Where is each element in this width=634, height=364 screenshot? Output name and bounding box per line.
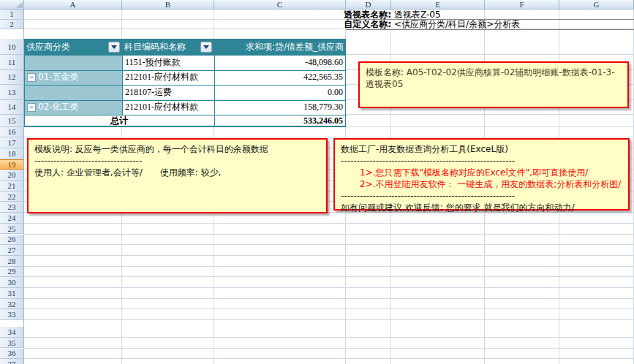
template-description-box[interactable]: 模板说明: 反应每一类供应商的，每一个会计科目的余额数据 -----------… [27,138,328,213]
gridline-h [24,287,634,288]
row-header-29[interactable]: 29 [0,267,24,278]
pivot-group-2[interactable]: −02-化工类 [24,100,122,115]
row-header-26[interactable]: 26 [0,235,24,246]
spreadsheet: ABCDEFG121011121314151617181920212223242… [0,0,634,364]
pivot-border [24,85,346,86]
custom-name-label: 自定义名称: [309,20,391,29]
tool-feedback-line: 如有问题或建议,欢迎反馈; 您的要求,就是我们的方向和动力/ [341,202,622,213]
gridline-h [24,348,634,349]
minus-collapse-icon[interactable]: − [27,73,36,82]
column-header-A[interactable]: A [24,0,122,10]
row-header-19[interactable]: 19 [0,159,24,170]
row-header-18[interactable]: 18 [0,148,24,159]
row-header-15[interactable]: 15 [0,115,24,127]
row-header-23[interactable]: 23 [0,202,24,213]
column-header-D[interactable]: D [346,0,391,10]
pivot-group-label: 02-化工类 [38,101,79,113]
template-name-text: 模板名称: A05-T02-02供应商核算-02辅助明细账-数据表-01-3-透… [366,67,622,90]
pivot-account-cell[interactable]: 218107-运费 [122,85,214,100]
row-header-13[interactable]: 13 [0,85,24,100]
dropdown-filter-icon[interactable] [200,42,212,53]
row-header-16[interactable]: 16 [0,127,24,138]
pivot-header-sum-balance: 求和项:贷/借差额_供应商 [214,39,346,55]
row-header-22[interactable]: 22 [0,192,24,202]
tool-info-box[interactable]: 数据工厂-用友数据查询分析工具(ExceL版) ----------------… [333,138,630,211]
pivot-account-cell[interactable]: 212101-应付材料款 [122,70,214,86]
row-header-35[interactable]: 35 [0,338,24,349]
title-row-underline [346,19,634,20]
hidden-rows-gap [0,320,24,327]
column-header-B[interactable]: B [122,0,214,10]
pivot-border [214,39,215,127]
pivot-value-cell[interactable]: 422,565.35 [214,70,346,86]
gridline-h [24,223,634,224]
gridline-h [24,308,634,309]
column-header-F[interactable]: F [485,0,559,10]
tool-step2-line: 2>.不用登陆用友软件： 一键生成，用友的数据表;分析表和分析图/ [341,178,622,190]
row-header-2[interactable]: 2 [0,20,24,30]
row-header-11[interactable]: 11 [0,55,24,70]
row-header-34[interactable]: 34 [0,327,24,338]
pivot-border [24,100,346,101]
row-header-37[interactable]: 37 [0,359,24,364]
pivot-group-label: 01-五金类 [38,71,79,83]
pivot-value-cell[interactable]: -48,098.60 [214,55,346,70]
row-header-31[interactable]: 31 [0,288,24,299]
row-header-33[interactable]: 33 [0,309,24,320]
pivot-border [24,70,346,71]
pivot-group-1[interactable]: −01-五金类 [24,55,122,100]
template-users-line: 使用人: 企业管理者,会计等/ 使用频率: 较少, [34,167,320,178]
pivot-name-label: 透视表名称: [309,10,391,20]
pivot-border [24,126,346,127]
divider-dashes: ----------------------------------------… [341,155,622,167]
pivot-header-supplier-category: 供应商分类 [24,39,122,55]
row-header-20[interactable]: 20 [0,170,24,181]
divider-dashes: ----------------------------------------… [341,190,622,202]
hidden-rows-gap [0,29,24,39]
gridline-h [24,337,634,338]
gridline-h [24,244,634,245]
select-all-triangle-icon [16,1,23,8]
pivot-border [122,39,123,115]
column-header-E[interactable]: E [391,0,485,10]
gridline-h [24,255,634,256]
row-header-28[interactable]: 28 [0,256,24,267]
row-header-14[interactable]: 14 [0,100,24,115]
tool-step1-line: 1>.您只需下载"模板名称对应的Excel文件",即可直接使用/ [341,167,622,178]
row-header-1[interactable]: 1 [0,10,24,20]
gridline-h [24,276,634,277]
pivot-account-cell[interactable]: 212101-应付材料款 [122,100,214,115]
row-header-17[interactable]: 17 [0,137,24,148]
pivot-border [24,55,346,56]
row-header-32[interactable]: 32 [0,299,24,310]
select-all-corner[interactable] [0,0,24,10]
gridline-h [24,358,634,359]
row-header-36[interactable]: 36 [0,349,24,360]
title-row-underline [346,29,634,30]
pivot-border [24,39,346,39]
column-header-G[interactable]: G [559,0,634,10]
pivot-account-cell[interactable]: 1151-预付账款 [122,55,214,70]
row-header-24[interactable]: 24 [0,213,24,224]
gridline-h [24,234,634,235]
divider-dashes: ---------------------------------- [34,155,320,167]
row-header-25[interactable]: 25 [0,224,24,235]
minus-collapse-icon[interactable]: − [27,103,36,112]
pivot-border [345,39,346,127]
row-header-10[interactable]: 10 [0,39,24,55]
template-name-box[interactable]: 模板名称: A05-T02-02供应商核算-02辅助明细账-数据表-01-3-透… [358,61,629,108]
column-header-C[interactable]: C [214,0,346,10]
row-header-27[interactable]: 27 [0,245,24,256]
pivot-value-cell[interactable]: 158,779.30 [214,100,346,115]
row-header-21[interactable]: 21 [0,181,24,192]
pivot-border [24,115,346,115]
tool-title-line: 数据工厂-用友数据查询分析工具(ExceL版) [341,143,622,155]
template-desc-line: 模板说明: 反应每一类供应商的，每一个会计科目的余额数据 [34,143,320,155]
custom-name-value: <供应商分类/科目/余额>分析表 [394,20,520,29]
dropdown-filter-icon[interactable] [108,42,120,53]
pivot-name-value: 透视表Z-05 [394,10,441,20]
pivot-value-cell[interactable]: 0.00 [214,85,346,100]
row-header-12[interactable]: 12 [0,70,24,86]
gridline-h [24,266,634,267]
row-header-30[interactable]: 30 [0,277,24,288]
